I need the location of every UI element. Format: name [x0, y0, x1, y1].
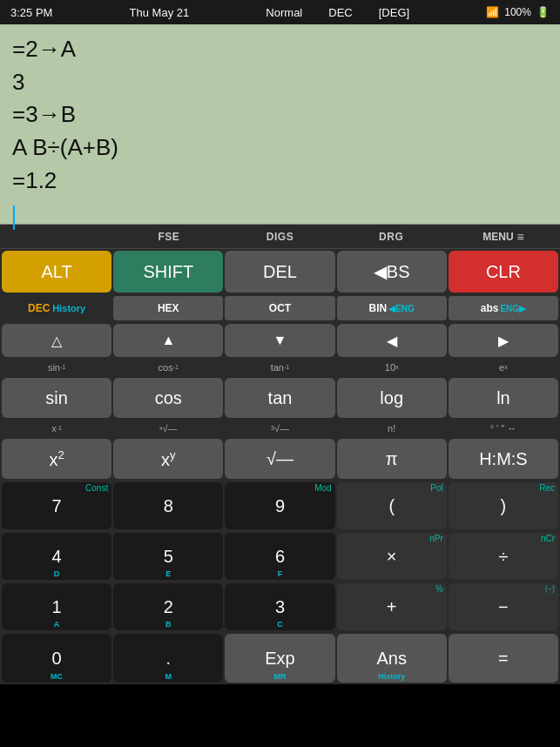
e-x-label: ex — [449, 359, 558, 376]
display-area: =2→A 3 =3→B A B÷(A+B) =1.2 — [0, 24, 560, 225]
display-text: =2→A 3 =3→B A B÷(A+B) =1.2 — [12, 33, 548, 197]
del-button[interactable]: DEL — [225, 251, 334, 293]
tan-button[interactable]: tan — [225, 378, 334, 418]
x2-button[interactable]: x2 — [2, 439, 111, 479]
minus-button[interactable]: (−) − — [449, 583, 558, 630]
right-fill-button[interactable]: ▶ — [449, 324, 558, 357]
num-row-789: Const 7 8 Mod 9 Pol ( Rec ) — [0, 481, 560, 531]
eq-button[interactable]: = — [449, 634, 558, 683]
xsup-row: x-1 x√— 3√— n! ° ′ ″ ↔ — [0, 420, 560, 437]
1-button[interactable]: 1 A — [2, 583, 111, 630]
6-button[interactable]: 6 F — [225, 533, 334, 580]
xroot-label: x√— — [113, 420, 223, 437]
num-row-456: 4 D 5 E 6 F nPr × nCr ÷ — [0, 531, 560, 582]
5-button[interactable]: 5 E — [113, 533, 223, 580]
up-fill-button[interactable]: ▲ — [113, 324, 223, 357]
divide-button[interactable]: nCr ÷ — [449, 533, 558, 580]
clr-button[interactable]: CLR — [449, 251, 558, 293]
up-outline-button[interactable]: △ — [2, 324, 111, 357]
status-time: 3:25 PM — [10, 6, 52, 19]
menu-icon: ≡ — [517, 230, 524, 244]
trig-sup-row: sin-1 cos-1 tan-1 10x ex — [0, 359, 560, 376]
pi-button[interactable]: π — [337, 439, 447, 479]
cbroot-label: 3√— — [225, 420, 334, 437]
rparen-button[interactable]: Rec ) — [449, 482, 558, 529]
tan-inv-label: tan-1 — [225, 359, 334, 376]
multiply-button[interactable]: nPr × — [337, 533, 447, 580]
0-button[interactable]: 0 MC — [2, 634, 111, 683]
7-button[interactable]: Const 7 — [2, 482, 111, 529]
abs-button[interactable]: abs ENG▶ — [449, 296, 558, 320]
status-anglemode: [DEG] — [379, 6, 409, 19]
status-day: Thu May 21 — [130, 6, 190, 19]
oct-button[interactable]: OCT — [225, 296, 334, 320]
ans-button[interactable]: Ans History — [337, 634, 447, 683]
sin-button[interactable]: sin — [2, 378, 111, 418]
deg-min-label: ° ′ ″ ↔ — [449, 420, 558, 437]
battery-icon: 🔋 — [536, 6, 550, 18]
battery-level: 100% — [504, 6, 531, 18]
2-button[interactable]: 2 B — [113, 583, 223, 630]
hms-button[interactable]: H:M:S — [449, 439, 558, 479]
row-alt-shift: ALT SHIFT DEL ◀BS CLR — [0, 249, 560, 294]
cos-button[interactable]: cos — [113, 378, 223, 418]
x2-row: x2 xy √— π H:M:S — [0, 437, 560, 481]
mode-row: DEC History HEX OCT BIN ◀ENG abs ENG▶ — [0, 294, 560, 322]
bin-button[interactable]: BIN ◀ENG — [337, 296, 447, 320]
4-button[interactable]: 4 D — [2, 533, 111, 580]
cursor — [13, 205, 15, 230]
dot-button[interactable]: . M — [113, 634, 223, 683]
ten-x-label: 10x — [337, 359, 447, 376]
alt-button[interactable]: ALT — [2, 251, 111, 293]
left-fill-button[interactable]: ◀ — [337, 324, 447, 357]
num-row-0: 0 MC . M Exp MR Ans History = — [0, 632, 560, 684]
plus-button[interactable]: % + — [337, 583, 447, 630]
ln-button[interactable]: ln — [449, 378, 558, 418]
3-button[interactable]: 3 C — [225, 583, 334, 630]
status-bar: 3:25 PM Thu May 21 Normal DEC [DEG] 📶 10… — [0, 0, 560, 24]
fact-label: n! — [337, 420, 447, 437]
dec-button[interactable]: DEC History — [2, 296, 111, 320]
num-row-123: 1 A 2 B 3 C % + (−) − — [0, 582, 560, 632]
x-inv-label: x-1 — [2, 420, 111, 437]
8-button[interactable]: 8 — [113, 482, 223, 529]
xy-button[interactable]: xy — [113, 439, 223, 479]
keyboard: FSE DIGS DRG MENU ≡ ALT SHIFT DEL ◀BS CL… — [0, 225, 560, 684]
status-mode: Normal — [266, 6, 302, 19]
wifi-icon: 📶 — [486, 6, 499, 18]
sqrt-button[interactable]: √— — [225, 439, 334, 479]
sin-inv-label: sin-1 — [2, 359, 111, 376]
down-fill-button[interactable]: ▼ — [225, 324, 334, 357]
9-button[interactable]: Mod 9 — [225, 482, 334, 529]
exp-button[interactable]: Exp MR — [225, 634, 334, 683]
shift-button[interactable]: SHIFT — [113, 251, 223, 293]
bs-button[interactable]: ◀BS — [337, 251, 447, 293]
arrow-row: △ ▲ ▼ ◀ ▶ — [0, 322, 560, 359]
log-button[interactable]: log — [337, 378, 447, 418]
trig-row: sin cos tan log ln — [0, 376, 560, 420]
cos-inv-label: cos-1 — [113, 359, 223, 376]
hex-button[interactable]: HEX — [113, 296, 223, 320]
lparen-button[interactable]: Pol ( — [337, 482, 447, 529]
status-nummode: DEC — [328, 6, 352, 19]
